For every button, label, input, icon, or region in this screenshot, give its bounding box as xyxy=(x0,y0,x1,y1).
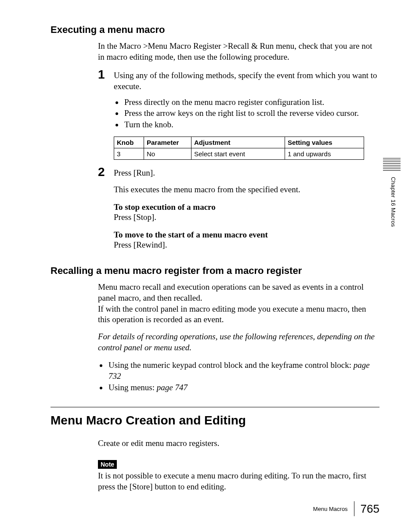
th-adjustment: Adjustment xyxy=(191,137,285,148)
th-knob: Knob xyxy=(114,137,144,148)
section-divider xyxy=(51,407,379,407)
step-2-after: This executes the menu macro from the sp… xyxy=(114,184,379,195)
sub-text-move: Press [Rewind]. xyxy=(114,240,379,251)
list-item: Turn the knob. xyxy=(123,119,379,130)
reference-list: Using the numeric keypad control block a… xyxy=(98,359,379,393)
table-row: 3 No Select start event 1 and upwards xyxy=(114,148,364,159)
footer-divider xyxy=(354,501,354,516)
step-number: 2 xyxy=(98,165,105,179)
ref-text: Using the numeric keypad control block a… xyxy=(108,360,354,370)
italic-paragraph: For details of recording operations, use… xyxy=(98,331,379,353)
td-knob: 3 xyxy=(114,148,144,159)
heading-creation-editing: Menu Macro Creation and Editing xyxy=(51,413,379,428)
page-footer: Menu Macros 765 xyxy=(313,501,379,516)
step-number: 1 xyxy=(98,68,105,82)
page-ref[interactable]: page 747 xyxy=(157,383,188,392)
tab-lines-icon xyxy=(383,158,401,171)
footer-title: Menu Macros xyxy=(313,506,348,512)
heading-executing-macro: Executing a menu macro xyxy=(51,24,379,36)
step-1: 1 Using any of the following methods, sp… xyxy=(98,70,379,130)
sub-heading-stop: To stop execution of a macro xyxy=(114,202,379,212)
ref-text: Using menus: xyxy=(108,383,157,392)
paragraph: If with the control panel in macro editi… xyxy=(98,304,379,325)
list-item: Using menus: page 747 xyxy=(108,382,379,393)
note-text: It is not possible to execute a menu mac… xyxy=(98,471,379,492)
step-text: Press [Run]. xyxy=(114,168,379,179)
page-number: 765 xyxy=(361,502,379,516)
heading-recalling-macro: Recalling a menu macro register from a m… xyxy=(51,265,379,277)
step-text: Using any of the following methods, spec… xyxy=(114,70,379,92)
step-2: 2 Press [Run]. This executes the menu ma… xyxy=(98,168,379,251)
paragraph: Menu macro recall and execution operatio… xyxy=(98,282,379,303)
side-tab: Chapter 16 Macros xyxy=(383,158,401,227)
sub-heading-move: To move to the start of a menu macro eve… xyxy=(114,230,379,240)
list-item: Press directly on the menu macro registe… xyxy=(123,97,379,108)
intro-paragraph: In the Macro >Menu Macro Register >Recal… xyxy=(98,41,379,62)
step-1-bullets: Press directly on the menu macro registe… xyxy=(114,97,379,130)
chapter-label: Chapter 16 Macros xyxy=(390,177,397,227)
paragraph: Create or edit menu macro registers. xyxy=(98,438,379,449)
th-parameter: Parameter xyxy=(144,137,191,148)
document-page: Executing a menu macro In the Macro >Men… xyxy=(0,0,419,532)
list-item: Using the numeric keypad control block a… xyxy=(108,359,379,382)
td-parameter: No xyxy=(144,148,191,159)
sub-text-stop: Press [Stop]. xyxy=(114,212,379,223)
td-setting: 1 and upwards xyxy=(285,148,364,159)
parameter-table: Knob Parameter Adjustment Setting values… xyxy=(114,137,364,160)
note-label: Note xyxy=(98,460,117,469)
th-setting: Setting values xyxy=(285,137,364,148)
list-item: Press the arrow keys on the right list t… xyxy=(123,108,379,119)
td-adjustment: Select start event xyxy=(191,148,285,159)
